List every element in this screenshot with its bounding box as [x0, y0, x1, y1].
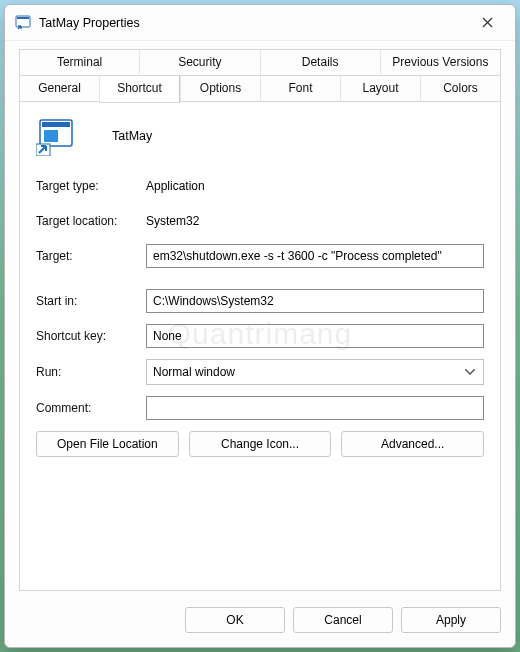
tab-layout[interactable]: Layout: [340, 75, 420, 102]
tab-terminal[interactable]: Terminal: [20, 49, 139, 75]
tab-general[interactable]: General: [20, 75, 99, 102]
tab-colors[interactable]: Colors: [420, 75, 500, 102]
window-title: TatMay Properties: [39, 16, 140, 30]
value-target-type: Application: [146, 179, 205, 193]
label-run: Run:: [36, 365, 146, 379]
value-target-location: System32: [146, 214, 199, 228]
svg-rect-3: [42, 122, 70, 127]
start-in-input[interactable]: [146, 289, 484, 313]
tab-security[interactable]: Security: [139, 49, 259, 75]
label-target-location: Target location:: [36, 214, 146, 228]
label-target-type: Target type:: [36, 179, 146, 193]
tab-shortcut[interactable]: Shortcut: [99, 75, 180, 103]
dialog-footer: OK Cancel Apply: [5, 597, 515, 647]
svg-rect-4: [44, 130, 58, 142]
run-select[interactable]: Normal window: [146, 359, 484, 385]
close-button[interactable]: [465, 9, 509, 37]
tab-font[interactable]: Font: [260, 75, 340, 102]
shortcut-name: TatMay: [112, 129, 152, 143]
tab-previous-versions[interactable]: Previous Versions: [380, 49, 500, 75]
label-comment: Comment:: [36, 401, 146, 415]
target-input[interactable]: [146, 244, 484, 268]
label-start-in: Start in:: [36, 294, 146, 308]
tab-strip: Terminal Security Details Previous Versi…: [5, 41, 515, 102]
shortcut-icon: [36, 116, 76, 156]
tab-options[interactable]: Options: [180, 75, 260, 102]
advanced-button[interactable]: Advanced...: [341, 431, 484, 457]
shortcut-key-input[interactable]: [146, 324, 484, 348]
properties-dialog: TatMay Properties Terminal Security Deta…: [4, 4, 516, 648]
label-target: Target:: [36, 249, 146, 263]
title-bar: TatMay Properties: [5, 5, 515, 41]
tab-details[interactable]: Details: [260, 49, 380, 75]
label-shortcut-key: Shortcut key:: [36, 329, 146, 343]
change-icon-button[interactable]: Change Icon...: [189, 431, 332, 457]
app-icon: [15, 15, 31, 31]
ok-button[interactable]: OK: [185, 607, 285, 633]
open-file-location-button[interactable]: Open File Location: [36, 431, 179, 457]
svg-rect-1: [17, 17, 29, 19]
comment-input[interactable]: [146, 396, 484, 420]
cancel-button[interactable]: Cancel: [293, 607, 393, 633]
shortcut-tab-panel: TatMay Target type: Application Target l…: [19, 102, 501, 591]
apply-button[interactable]: Apply: [401, 607, 501, 633]
close-icon: [482, 17, 493, 28]
